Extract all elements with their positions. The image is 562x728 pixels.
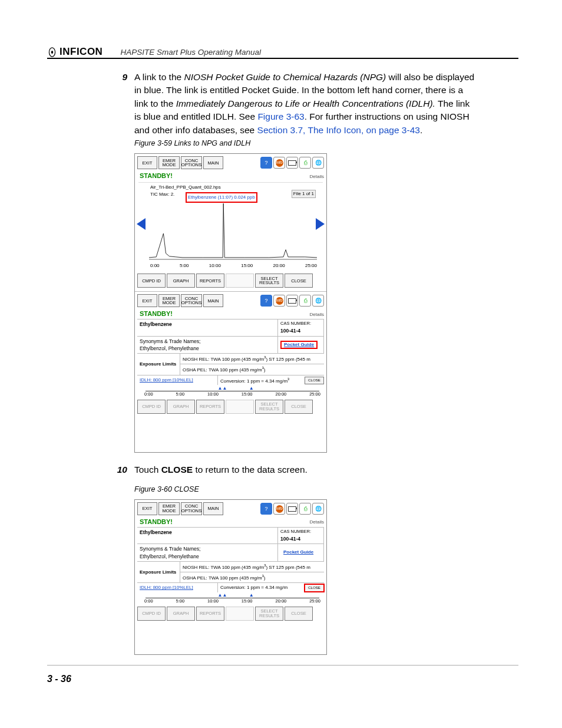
graph-button[interactable]: GRAPH bbox=[167, 274, 195, 288]
battery-icon bbox=[286, 157, 298, 169]
select-results-button[interactable]: SELECT RESULTS bbox=[255, 274, 283, 288]
help-icon[interactable]: ? bbox=[260, 157, 272, 169]
standby-status: STANDBY! bbox=[140, 518, 173, 527]
details-link[interactable]: Details bbox=[310, 519, 324, 526]
cmpd-id-button: CMPD ID bbox=[137, 400, 166, 414]
battery-icon bbox=[286, 295, 298, 307]
step-number: 9 bbox=[113, 71, 127, 151]
info-close-button[interactable]: CLOSE bbox=[305, 377, 324, 384]
close-button: CLOSE bbox=[285, 607, 313, 621]
conc-options-button[interactable]: CONC OPTIONS bbox=[181, 156, 202, 169]
standby-status: STANDBY! bbox=[140, 172, 173, 181]
reports-button[interactable]: REPORTS bbox=[196, 274, 224, 288]
globe-icon[interactable]: 🌐 bbox=[312, 503, 324, 515]
info-icon[interactable]: info bbox=[273, 503, 285, 515]
printer-icon[interactable]: ⎙ bbox=[299, 157, 311, 169]
prev-arrow-icon[interactable] bbox=[137, 218, 146, 230]
graph-button: GRAPH bbox=[167, 607, 195, 621]
conc-options-button[interactable]: CONC OPTIONS bbox=[181, 294, 202, 307]
exposure-limits-values: NIOSH REL: TWA 100 ppm (435 mg/m3) ST 12… bbox=[180, 354, 324, 375]
exposure-limits-label: Exposure Limits bbox=[137, 562, 180, 583]
step-body: Touch CLOSE to return to the data screen… bbox=[134, 463, 478, 497]
select-results-button: SELECT RESULTS bbox=[255, 607, 283, 621]
cas-number: CAS NUMBER: 100-41-4 bbox=[278, 528, 324, 543]
figure-ref-link[interactable]: Figure 3-63 bbox=[257, 111, 304, 121]
conversion-value: Conversion: 1 ppm = 4.34 mg/m bbox=[218, 583, 305, 592]
details-link[interactable]: Details bbox=[310, 173, 324, 180]
main-button[interactable]: MAIN bbox=[203, 156, 223, 169]
figure-3-60: EXIT EMER MODE CONC OPTIONS MAIN ? info … bbox=[134, 499, 327, 655]
figure-caption: Figure 3-60 CLOSE bbox=[134, 484, 478, 495]
brand-logo: INFICON bbox=[47, 46, 103, 58]
svg-point-1 bbox=[51, 50, 53, 53]
next-arrow-icon[interactable] bbox=[316, 218, 325, 230]
step-body: A link to the NIOSH Pocket Guide to Chem… bbox=[134, 71, 478, 151]
exit-button[interactable]: EXIT bbox=[137, 294, 157, 307]
synonyms: Synonyms & Trade Names; Ethylbenzol, Phe… bbox=[137, 337, 278, 354]
reports-button: REPORTS bbox=[196, 607, 224, 621]
globe-icon[interactable]: 🌐 bbox=[312, 295, 324, 307]
emer-mode-button[interactable]: EMER MODE bbox=[158, 156, 180, 169]
file-counter: File 1 of 1 bbox=[292, 190, 316, 198]
exit-button[interactable]: EXIT bbox=[137, 502, 157, 515]
cmpd-id-button: CMPD ID bbox=[137, 607, 166, 621]
chromatogram-chart: Air_Tri-Bed_PPB_Quant_002.hpsTIC Max: 2.… bbox=[138, 182, 323, 271]
page-number: 3 - 36 bbox=[47, 674, 71, 684]
main-button[interactable]: MAIN bbox=[203, 294, 223, 307]
compound-name: Ethylbenzene bbox=[137, 528, 278, 543]
conc-options-button[interactable]: CONC OPTIONS bbox=[181, 502, 202, 515]
conversion-value: Conversion: 1 ppm = 4.34 mg/m3 bbox=[218, 375, 305, 386]
info-icon[interactable]: info bbox=[273, 295, 285, 307]
compound-name: Ethylbenzene bbox=[137, 319, 278, 335]
manual-title: HAPSITE Smart Plus Operating Manual bbox=[120, 48, 261, 58]
select-results-button: SELECT RESULTS bbox=[255, 400, 283, 414]
idlh-link[interactable]: IDLH: 800 ppm [10%LEL] bbox=[137, 375, 218, 385]
main-button[interactable]: MAIN bbox=[203, 502, 223, 515]
close-button: CLOSE bbox=[285, 400, 313, 414]
graph-button: GRAPH bbox=[167, 400, 195, 414]
printer-icon[interactable]: ⎙ bbox=[299, 295, 311, 307]
blank-button bbox=[226, 607, 254, 621]
emer-mode-button[interactable]: EMER MODE bbox=[158, 294, 180, 307]
cmpd-id-button[interactable]: CMPD ID bbox=[137, 274, 166, 288]
help-icon[interactable]: ? bbox=[260, 503, 272, 515]
close-button[interactable]: CLOSE bbox=[285, 274, 313, 288]
timeline: ▲▲ ▲ 0:005:0010:0015:0020:0025:00 bbox=[138, 386, 323, 397]
printer-icon[interactable]: ⎙ bbox=[299, 503, 311, 515]
blank-button bbox=[226, 400, 254, 414]
section-ref-link[interactable]: Section 3.7, The Info Icon, on page 3-43 bbox=[257, 125, 420, 135]
synonyms: Synonyms & Trade Names; Ethylbenzol, Phe… bbox=[137, 544, 278, 561]
info-icon[interactable]: info bbox=[273, 157, 285, 169]
blank-button bbox=[226, 274, 254, 288]
timeline: ▲▲ ▲ 0:005:0010:0015:0020:0025:00 bbox=[138, 592, 323, 604]
help-icon[interactable]: ? bbox=[260, 295, 272, 307]
figure-caption: Figure 3-59 Links to NPG and IDLH bbox=[134, 138, 478, 149]
reports-button: REPORTS bbox=[196, 400, 224, 414]
details-link[interactable]: Details bbox=[310, 311, 324, 318]
bottom-toolbar: CMPD ID GRAPH REPORTS SELECT RESULTS CLO… bbox=[135, 271, 326, 290]
top-toolbar: EXIT EMER MODE CONC OPTIONS MAIN ? info … bbox=[135, 154, 326, 170]
info-close-button[interactable]: CLOSE bbox=[305, 584, 324, 592]
exposure-limits-label: Exposure Limits bbox=[137, 354, 180, 375]
pocket-guide-link[interactable]: Pocket Guide bbox=[280, 548, 316, 556]
figure-3-59: EXIT EMER MODE CONC OPTIONS MAIN ? info … bbox=[134, 153, 327, 453]
pocket-guide-link[interactable]: Pocket Guide bbox=[280, 341, 318, 349]
standby-status: STANDBY! bbox=[140, 309, 173, 319]
idlh-link[interactable]: IDLH: 800 ppm [10%LEL] bbox=[137, 583, 218, 592]
cas-number: CAS NUMBER: 100-41-4 bbox=[278, 319, 324, 335]
battery-icon bbox=[286, 503, 298, 515]
exit-button[interactable]: EXIT bbox=[137, 156, 157, 169]
step-number: 10 bbox=[113, 463, 127, 497]
exposure-limits-values: NIOSH REL: TWA 100 ppm (435 mg/m3) ST 12… bbox=[180, 562, 324, 583]
emer-mode-button[interactable]: EMER MODE bbox=[158, 502, 180, 515]
globe-icon[interactable]: 🌐 bbox=[312, 157, 324, 169]
